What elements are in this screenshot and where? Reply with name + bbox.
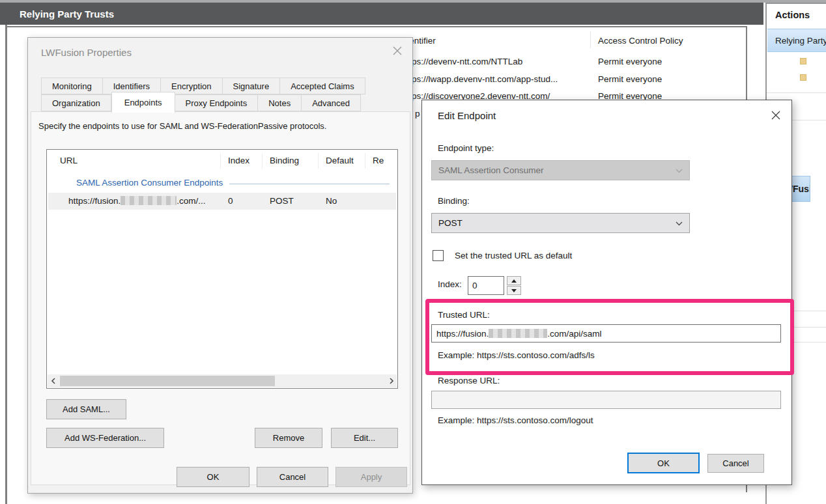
edit-endpoint-dialog: Edit Endpoint Endpoint type: SAML Assert… [421,100,792,485]
endpoint-url-cell: https://fusion..com/... [68,196,206,206]
tab-row-2: Organization Endpoints Proxy Endpoints N… [41,94,361,113]
tab-notes[interactable]: Notes [258,94,302,111]
actions-separator [767,92,826,93]
scroll-right-icon[interactable] [386,374,397,387]
binding-label: Binding: [438,196,470,206]
response-url-input[interactable] [431,391,781,409]
ok-button[interactable]: OK [627,453,700,473]
chevron-down-icon [676,165,683,175]
endpoint-index-cell: 0 [228,196,233,206]
pane-border-top [7,26,747,27]
endpoint-type-label: Endpoint type: [438,143,494,153]
table-row-identifier[interactable]: https://lwapp.devenv-ntt.com/app-stud... [402,74,558,84]
redacted-domain [489,329,547,338]
actions-item-relying-party-trusts[interactable]: Relying Party Trusts [767,29,826,52]
remove-button[interactable]: Remove [255,428,322,448]
edit-endpoint-title: Edit Endpoint [438,110,496,121]
pane-title: Relying Party Trusts [0,8,114,20]
default-url-checkbox[interactable] [433,250,444,261]
adfs-console: Relying Party Trusts Identifier Access C… [0,0,826,504]
list-header-default[interactable]: Default [326,156,354,165]
column-header-access-control-policy[interactable]: Access Control Policy [598,36,683,46]
close-icon[interactable] [390,44,405,58]
endpoints-list: URL Index Binding Default Re SAML Assert… [46,149,398,389]
trusted-url-example: Example: https://sts.contoso.com/adfs/ls [438,350,595,360]
list-column-separator [365,153,365,169]
chevron-down-icon [676,218,683,228]
default-url-checkbox-label: Set the trusted URL as default [455,251,572,260]
endpoint-list-row[interactable]: https://fusion..com/... 0 POST No [48,193,396,210]
list-header-response-truncated[interactable]: Re [373,156,384,165]
tab-advanced[interactable]: Advanced [302,94,361,111]
properties-dialog: LWFusion Properties Monitoring Identifie… [27,37,413,494]
table-row-identifier-fragment[interactable]: p [415,109,420,119]
list-header-url[interactable]: URL [60,156,78,165]
actions-panel-title: Actions [775,10,810,20]
pane-title-bar: Relying Party Trusts [0,3,763,25]
index-label: Index: [438,279,462,289]
close-icon[interactable] [769,108,783,122]
spin-down-button[interactable] [507,286,521,295]
endpoint-type-select[interactable]: SAML Assertion Consumer [431,160,690,180]
index-input[interactable]: 0 [468,276,504,295]
add-ws-federation-button[interactable]: Add WS-Federation... [46,428,164,448]
tab-signature[interactable]: Signature [223,77,281,94]
list-column-separator [220,153,221,169]
arrow-up-icon [511,279,517,283]
action-item-icon[interactable] [800,74,806,81]
list-group-header: SAML Assertion Consumer Endpoints [76,178,390,188]
tab-row-1: Monitoring Identifiers Encryption Signat… [41,77,365,94]
binding-select[interactable]: POST [431,213,690,233]
ok-button[interactable]: OK [177,467,249,487]
table-row-policy[interactable]: Permit everyone [598,74,662,84]
action-item-icon[interactable] [800,58,806,64]
tab-monitoring[interactable]: Monitoring [41,77,103,94]
list-column-separator [318,153,319,169]
properties-dialog-title: LWFusion Properties [41,47,132,58]
list-header-binding[interactable]: Binding [270,156,299,165]
tab-accepted-claims[interactable]: Accepted Claims [280,77,365,94]
table-row-policy[interactable]: Permit everyone [598,57,662,66]
tab-endpoints[interactable]: Endpoints [111,92,175,113]
horizontal-scrollbar[interactable] [48,374,397,387]
apply-button[interactable]: Apply [335,467,407,487]
edit-button[interactable]: Edit... [331,428,398,448]
response-url-example: Example: https://sts.contoso.com/logout [438,415,593,425]
cancel-button[interactable]: Cancel [707,454,764,473]
scroll-left-icon[interactable] [48,374,59,387]
arrow-down-icon [511,289,517,292]
endpoints-description: Specify the endpoints to use for SAML an… [38,121,326,131]
trusted-url-input[interactable]: https://fusion..com/api/saml [431,324,781,343]
list-header-index[interactable]: Index [228,156,249,165]
cancel-button[interactable]: Cancel [257,467,328,487]
trusted-url-label: Trusted URL: [438,310,490,320]
index-spinner [507,276,521,295]
scrollbar-thumb[interactable] [60,376,275,386]
list-column-separator [262,153,263,169]
spin-up-button[interactable] [507,276,521,285]
endpoint-binding-cell: POST [270,196,294,206]
table-row-identifier[interactable]: https://devenv-ntt.com/NTTLab [402,57,522,66]
endpoint-default-cell: No [326,196,337,206]
tab-proxy-endpoints[interactable]: Proxy Endpoints [175,94,259,111]
column-separator [590,31,591,48]
response-url-label: Response URL: [438,376,500,385]
redacted-domain [121,196,177,205]
add-saml-button[interactable]: Add SAML... [46,399,126,419]
tab-organization[interactable]: Organization [41,94,111,111]
